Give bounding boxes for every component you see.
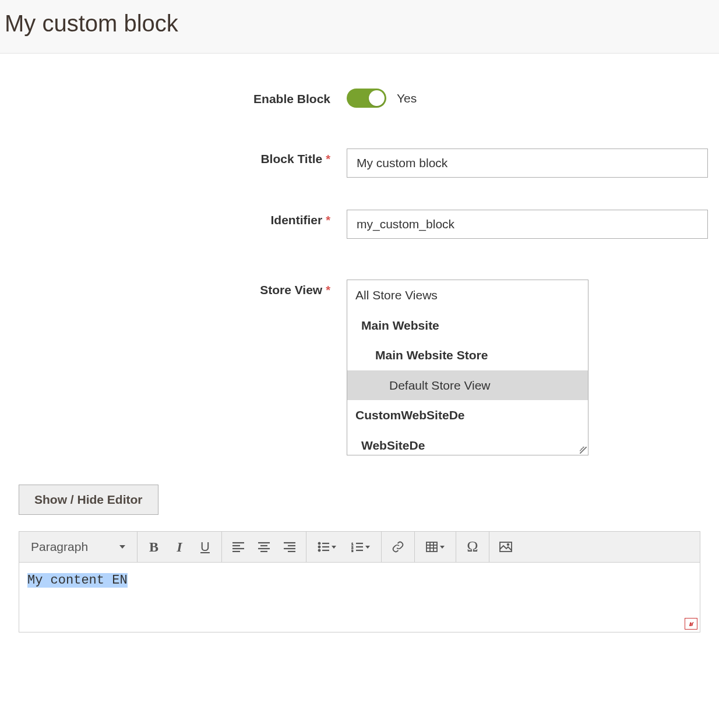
numbered-list-button[interactable]: 123 xyxy=(344,534,378,560)
link-icon xyxy=(392,540,404,553)
format-select[interactable]: Paragraph xyxy=(23,540,133,554)
list-group: 123 xyxy=(306,532,382,562)
table-button[interactable] xyxy=(418,534,452,560)
store-view-row: Store View* All Store ViewsMain WebsiteM… xyxy=(0,280,719,455)
numbered-list-icon: 123 xyxy=(351,542,363,552)
enable-block-row: Enable Block Yes xyxy=(0,89,719,108)
store-view-option[interactable]: Main Website xyxy=(347,310,588,341)
page-title: My custom block xyxy=(5,10,719,37)
text-style-group: B I U xyxy=(138,532,222,562)
underline-icon: U xyxy=(200,539,210,554)
store-view-option[interactable]: All Store Views xyxy=(347,280,588,310)
align-left-button[interactable] xyxy=(225,534,251,560)
block-title-input[interactable] xyxy=(347,149,708,178)
editor-content-area[interactable]: My content EN ʁ xyxy=(19,563,700,632)
bullet-list-icon xyxy=(318,542,329,552)
store-view-option[interactable]: Main Website Store xyxy=(347,340,588,370)
required-asterisk: * xyxy=(326,284,330,296)
block-title-label-text: Block Title xyxy=(260,152,322,165)
store-view-option[interactable]: WebSiteDe xyxy=(347,430,588,456)
editor-status-icon: ʁ xyxy=(685,618,697,630)
caret-down-icon xyxy=(119,545,125,549)
image-group xyxy=(489,532,522,562)
caret-down-icon xyxy=(332,546,336,549)
special-char-group: Ω xyxy=(456,532,489,562)
page-header: My custom block xyxy=(0,0,719,54)
svg-point-14 xyxy=(318,549,320,552)
caret-down-icon xyxy=(440,546,445,549)
identifier-label-text: Identifier xyxy=(271,213,323,227)
underline-button[interactable]: U xyxy=(192,534,218,560)
enable-block-toggle[interactable] xyxy=(347,89,386,108)
format-group: Paragraph xyxy=(19,532,138,562)
editor-button-row: Show / Hide Editor xyxy=(0,485,719,531)
store-view-label-text: Store View xyxy=(260,283,322,296)
italic-button[interactable]: I xyxy=(167,534,192,560)
identifier-input[interactable] xyxy=(347,210,708,239)
toggle-knob xyxy=(369,90,385,106)
enable-block-value: Yes xyxy=(397,91,417,105)
form: Enable Block Yes Block Title* Identifier… xyxy=(0,54,719,455)
identifier-row: Identifier* xyxy=(0,210,719,239)
link-button[interactable] xyxy=(385,534,411,560)
bold-button[interactable]: B xyxy=(141,534,167,560)
svg-point-13 xyxy=(318,546,320,548)
svg-point-30 xyxy=(507,543,509,546)
align-group xyxy=(222,532,306,562)
block-title-label: Block Title* xyxy=(0,149,347,166)
store-view-multiselect[interactable]: All Store ViewsMain WebsiteMain Website … xyxy=(347,280,588,455)
image-button[interactable] xyxy=(493,534,519,560)
align-left-icon xyxy=(232,542,244,552)
align-center-button[interactable] xyxy=(251,534,277,560)
omega-icon: Ω xyxy=(467,538,478,556)
required-asterisk: * xyxy=(326,214,330,227)
bold-icon: B xyxy=(149,539,158,555)
svg-rect-24 xyxy=(427,542,437,552)
image-icon xyxy=(499,542,512,552)
enable-block-label: Enable Block xyxy=(0,89,347,106)
show-hide-editor-button[interactable]: Show / Hide Editor xyxy=(19,485,158,515)
special-char-button[interactable]: Ω xyxy=(460,534,485,560)
format-select-label: Paragraph xyxy=(31,540,88,554)
editor-toolbar: Paragraph B I U 123 xyxy=(19,531,700,563)
store-view-option[interactable]: CustomWebSiteDe xyxy=(347,400,588,430)
table-group xyxy=(415,532,456,562)
align-right-icon xyxy=(284,542,295,552)
required-asterisk: * xyxy=(326,153,330,165)
italic-icon: I xyxy=(177,539,182,555)
editor-content-text: My content EN xyxy=(27,573,128,588)
align-center-icon xyxy=(258,542,270,552)
link-group xyxy=(382,532,415,562)
identifier-label: Identifier* xyxy=(0,210,347,227)
block-title-row: Block Title* xyxy=(0,149,719,178)
align-right-button[interactable] xyxy=(277,534,302,560)
store-view-label: Store View* xyxy=(0,280,347,297)
table-icon xyxy=(426,542,438,552)
caret-down-icon xyxy=(365,546,370,549)
bullet-list-button[interactable] xyxy=(310,534,344,560)
svg-text:3: 3 xyxy=(351,549,354,552)
store-view-option[interactable]: Default Store View xyxy=(347,370,588,401)
svg-point-12 xyxy=(318,542,320,545)
